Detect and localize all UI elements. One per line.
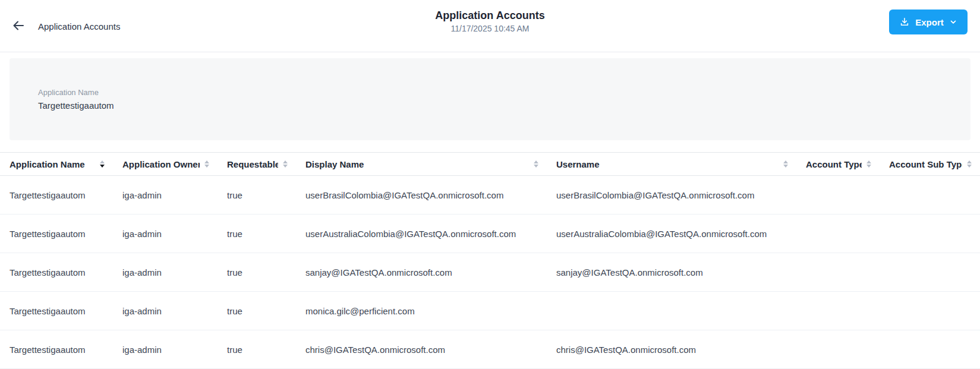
application-summary-panel: Application Name Targettestigaautom [10, 58, 970, 140]
cell-application-owner: iga-admin [113, 176, 218, 215]
cell-application-owner: iga-admin [113, 253, 218, 292]
cell-display-name: monica.gilc@perficient.com [296, 292, 547, 330]
column-label: Requestable [227, 159, 278, 169]
table-row[interactable]: Targettestigaautom iga-admin true sanjay… [0, 253, 980, 292]
cell-application-owner: iga-admin [113, 330, 218, 369]
cell-account-sub-type [880, 253, 980, 292]
cell-requestable: true [218, 215, 296, 253]
page-title: Application Accounts [435, 8, 544, 23]
cell-username: chris@IGATestQA.onmicrosoft.com [547, 330, 796, 369]
cell-requestable: true [218, 253, 296, 292]
table-row[interactable]: Targettestigaautom iga-admin true userBr… [0, 176, 980, 215]
cell-application-name: Targettestigaautom [0, 292, 113, 330]
sort-arrows-icon[interactable] [967, 160, 972, 168]
cell-application-name: Targettestigaautom [0, 215, 113, 253]
column-header-username[interactable]: Username [547, 153, 796, 176]
cell-requestable: true [218, 176, 296, 215]
cell-display-name: sanjay@IGATestQA.onmicrosoft.com [296, 253, 547, 292]
download-icon [900, 17, 909, 27]
cell-username: userAustraliaColombia@IGATestQA.onmicros… [547, 215, 796, 253]
column-header-application-owner[interactable]: Application Owner [113, 153, 218, 176]
cell-application-name: Targettestigaautom [0, 330, 113, 369]
column-label: Account Type [806, 159, 862, 169]
sort-arrows-icon[interactable] [534, 160, 538, 168]
cell-username [547, 292, 796, 330]
column-label: Application Owner [122, 159, 200, 169]
table-row[interactable]: Targettestigaautom iga-admin true monica… [0, 292, 980, 330]
table-row[interactable]: Targettestigaautom iga-admin true userAu… [0, 215, 980, 253]
cell-requestable: true [218, 330, 296, 369]
export-button-label: Export [915, 17, 944, 27]
accounts-table-header: Application Name Application Owner Reque… [0, 153, 980, 176]
column-header-application-name[interactable]: Application Name [0, 153, 113, 176]
sort-arrows-icon[interactable] [204, 160, 209, 168]
cell-display-name: userAustraliaColombia@IGATestQA.onmicros… [296, 215, 547, 253]
cell-account-sub-type [880, 215, 980, 253]
cell-account-type [796, 176, 880, 215]
table-row[interactable]: Targettestigaautom iga-admin true chris@… [0, 330, 980, 369]
breadcrumb-label[interactable]: Application Accounts [38, 21, 120, 31]
column-header-account-sub-type[interactable]: Account Sub Type [880, 153, 980, 176]
accounts-table: Application Name Application Owner Reque… [0, 152, 980, 369]
column-header-account-type[interactable]: Account Type [796, 153, 880, 176]
cell-application-owner: iga-admin [113, 215, 218, 253]
column-label: Display Name [305, 159, 364, 169]
cell-display-name: userBrasilColombia@IGATestQA.onmicrosoft… [296, 176, 547, 215]
cell-application-name: Targettestigaautom [0, 176, 113, 215]
cell-account-sub-type [880, 330, 980, 369]
sort-arrows-icon[interactable] [100, 160, 105, 168]
cell-account-sub-type [880, 176, 980, 215]
column-label: Username [556, 159, 600, 169]
application-name-label: Application Name [38, 88, 970, 97]
application-name-value: Targettestigaautom [38, 100, 970, 111]
cell-account-type [796, 215, 880, 253]
top-bar: Application Accounts Application Account… [0, 0, 980, 52]
cell-username: sanjay@IGATestQA.onmicrosoft.com [547, 253, 796, 292]
cell-username: userBrasilColombia@IGATestQA.onmicrosoft… [547, 176, 796, 215]
cell-display-name: chris@IGATestQA.onmicrosoft.com [296, 330, 547, 369]
column-label: Account Sub Type [889, 159, 962, 169]
sort-arrows-icon[interactable] [783, 160, 788, 168]
cell-application-name: Targettestigaautom [0, 253, 113, 292]
cell-account-type [796, 253, 880, 292]
cell-application-owner: iga-admin [113, 292, 218, 330]
chevron-down-icon [950, 18, 957, 26]
arrow-left-icon [11, 18, 26, 34]
page-header: Application Accounts 11/17/2025 10:45 AM [435, 8, 544, 35]
sort-arrows-icon[interactable] [283, 160, 288, 168]
export-button[interactable]: Export [889, 10, 968, 34]
cell-requestable: true [218, 292, 296, 330]
sort-arrows-icon[interactable] [866, 160, 871, 168]
report-timestamp: 11/17/2025 10:45 AM [435, 23, 544, 35]
cell-account-sub-type [880, 292, 980, 330]
column-label: Application Name [10, 159, 85, 169]
column-header-display-name[interactable]: Display Name [296, 153, 547, 176]
cell-account-type [796, 292, 880, 330]
column-header-requestable[interactable]: Requestable [218, 153, 296, 176]
back-button[interactable] [11, 18, 26, 34]
breadcrumb: Application Accounts [11, 0, 120, 52]
cell-account-type [796, 330, 880, 369]
